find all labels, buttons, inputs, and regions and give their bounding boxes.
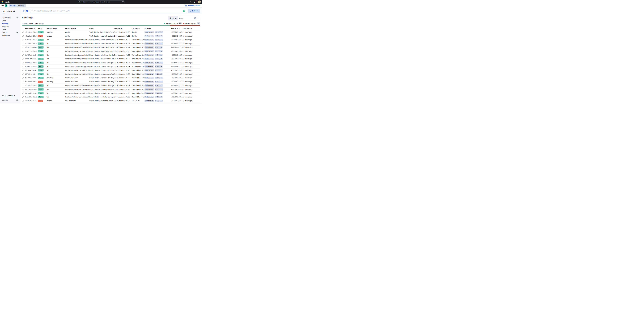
resource-id-cell[interactable]: fa438855-8561-... <box>25 81 38 83</box>
resource-id-cell[interactable]: 40ae61ab-89cf-5... <box>25 35 38 37</box>
sidebar-item-get-started[interactable]: GET STARTED <box>0 94 20 98</box>
rule-tag-badge: Kubernetes <box>144 39 154 41</box>
column-header-resource-type[interactable]: Resource Type <box>47 27 65 30</box>
cluster-id-cell[interactable]: 499533f3-6237-... <box>171 81 183 83</box>
cluster-id-cell[interactable]: 499533f3-6237-... <box>171 92 183 94</box>
cluster-id-cell[interactable]: 499533f3-6237-... <box>171 100 183 102</box>
cluster-id-cell[interactable]: 499533f3-6237-... <box>171 43 183 44</box>
cluster-id-cell[interactable]: 499533f3-6237-... <box>171 35 183 37</box>
global-search-input[interactable]: Find apps, content, and more. Ex: Discov… <box>77 0 125 3</box>
column-header-result[interactable]: Result <box>38 27 47 30</box>
expand-row-icon[interactable] <box>22 85 25 86</box>
column-header-rule-tags[interactable]: Rule Tags <box>144 27 171 30</box>
pass-fail-distribution-bar <box>22 25 200 26</box>
cluster-id-cell[interactable]: 499533f3-6237-... <box>171 50 183 52</box>
sidebar-item-dashboards[interactable]: Dashboards <box>0 16 20 19</box>
resource-id-cell[interactable]: a2e168a2-151e-... <box>25 43 38 44</box>
column-header-cis-section[interactable]: CIS Section <box>132 27 144 30</box>
cluster-id-cell[interactable]: 499533f3-6237-... <box>171 88 183 90</box>
findings-search-input[interactable]: Search findings (eg. rule.section : "API… <box>30 9 187 13</box>
expand-row-icon[interactable] <box>22 100 25 102</box>
add-integrations-button[interactable]: Add integrations <box>185 5 200 6</box>
cluster-id-cell[interactable]: 499533f3-6237-... <box>171 47 183 48</box>
sidebar-item-alerts[interactable]: Alerts <box>0 19 20 22</box>
resource-id-cell[interactable]: 40ae61ab-89cf-5... <box>25 31 38 33</box>
expand-row-icon[interactable] <box>22 96 25 98</box>
expand-row-icon[interactable] <box>22 47 25 48</box>
result-cell: Pass <box>38 31 47 33</box>
cluster-id-cell[interactable]: 499533f3-6237-... <box>171 66 183 67</box>
resource-id-cell[interactable]: 514e71d5-85eb-... <box>25 50 38 52</box>
resource-id-cell[interactable]: b6fe004d-1e34-... <box>25 73 38 75</box>
sidebar-item-explore[interactable]: Explore <box>0 31 20 34</box>
resource-id-cell[interactable]: 80733192-904b-... <box>25 66 38 67</box>
expand-row-icon[interactable] <box>22 69 25 71</box>
column-header-cluster-id[interactable]: Cluster ID? <box>171 27 183 30</box>
resource-id-cell[interactable]: a2e168a2-151e-... <box>25 39 38 41</box>
expand-row-icon[interactable] <box>22 35 25 37</box>
expand-row-icon[interactable] <box>22 43 25 44</box>
cluster-id-cell[interactable]: 499533f3-6237-... <box>171 77 183 79</box>
expand-row-icon[interactable] <box>22 73 25 75</box>
rule-tags-cell: KubernetesCIS 4.1.9 <box>144 65 171 68</box>
expand-row-icon[interactable] <box>22 54 25 56</box>
elastic-logo[interactable]: elastic <box>1 1 10 3</box>
user-avatar[interactable]: t <box>198 0 201 3</box>
expand-row-icon[interactable] <box>22 58 25 60</box>
cluster-id-cell[interactable]: 499533f3-6237-... <box>171 31 183 33</box>
expand-row-icon[interactable] <box>22 66 25 67</box>
cluster-id-cell[interactable]: 499533f3-6237-... <box>171 39 183 41</box>
menu-icon[interactable] <box>2 5 4 6</box>
cluster-id-cell[interactable]: 499533f3-6237-... <box>171 85 183 86</box>
expand-row-icon[interactable] <box>22 50 25 52</box>
help-icon[interactable]: ? <box>34 28 36 29</box>
cluster-id-cell[interactable]: 499533f3-6237-... <box>171 54 183 56</box>
column-header-rule[interactable]: Rule↓ <box>90 27 114 30</box>
breadcrumb-security[interactable]: Security <box>9 4 17 7</box>
resource-id-cell[interactable]: b6fe004d-1e34-... <box>25 69 38 71</box>
expand-row-icon[interactable] <box>22 39 25 40</box>
cluster-id-cell[interactable]: 499533f3-6237-... <box>171 73 183 75</box>
column-header-resource-name[interactable]: Resource Name <box>65 27 90 30</box>
column-header-benchmark[interactable]: Benchmark <box>114 27 132 30</box>
grammarly-icon[interactable]: G <box>183 10 185 12</box>
expand-row-icon[interactable] <box>22 89 25 90</box>
expand-row-icon[interactable] <box>22 77 25 79</box>
clear-icon[interactable]: ✕ <box>194 17 196 19</box>
resource-id-cell[interactable]: 514e71d5-85eb-... <box>25 47 38 48</box>
cluster-id-cell[interactable]: 499533f3-6237-... <box>171 96 183 98</box>
sidebar-item-manage[interactable]: Manage <box>0 98 20 102</box>
refresh-button[interactable]: Refresh <box>188 9 200 13</box>
filter-icon[interactable] <box>22 9 25 13</box>
cluster-id-cell[interactable]: 499533f3-6237-... <box>171 62 183 64</box>
expand-row-icon[interactable] <box>22 92 25 94</box>
cluster-id-cell[interactable]: 499533f3-6237-... <box>171 69 183 71</box>
resource-id-cell[interactable]: fa438855-8561-... <box>25 77 38 79</box>
group-by-select[interactable]: Group by None ✕ <box>168 16 200 20</box>
expand-row-icon[interactable] <box>22 31 25 33</box>
help-icon[interactable] <box>189 1 192 3</box>
expand-row-icon[interactable] <box>22 81 25 82</box>
chevron-down-icon[interactable] <box>197 17 199 19</box>
add-filter-button[interactable]: + <box>26 9 29 13</box>
resource-id-cell[interactable]: a2dc54aa-1580-... <box>25 88 38 90</box>
resource-id-cell[interactable]: a2dc54aa-1580-... <box>25 85 38 86</box>
sidebar-item-findings[interactable]: Findings <box>0 22 20 25</box>
resource-id-cell[interactable]: ac4dd5a8-be30-... <box>25 62 38 64</box>
column-header-last-checked[interactable]: Last Checked <box>183 27 200 30</box>
resource-id-cell[interactable]: 373a6dfe-f015-5... <box>25 92 38 94</box>
sidebar-item-cases[interactable]: Cases <box>0 28 20 31</box>
news-feed-icon[interactable] <box>194 1 196 3</box>
resource-id-cell[interactable]: 373a6dfe-f015-5... <box>25 96 38 98</box>
expand-row-icon[interactable] <box>22 62 25 63</box>
resource-id-cell[interactable]: 6a4fb7ab-02e3-... <box>25 58 38 60</box>
sidebar-item-timelines[interactable]: Timelines <box>0 25 20 28</box>
cis-section-cell: Control Plane Node... <box>132 43 144 44</box>
deployment-badge[interactable]: D <box>5 4 7 7</box>
help-icon[interactable]: ? <box>179 28 180 29</box>
resource-id-cell[interactable]: 266fb1b5-3579-... <box>25 100 38 102</box>
cluster-id-cell[interactable]: 499533f3-6237-... <box>171 58 183 60</box>
resource-id-cell[interactable]: 6a4fb7ab-02e3-... <box>25 54 38 56</box>
sidebar-item-intelligence[interactable]: Intelligence <box>0 34 20 37</box>
column-header-resource-id[interactable]: Resource ID? <box>25 27 38 30</box>
